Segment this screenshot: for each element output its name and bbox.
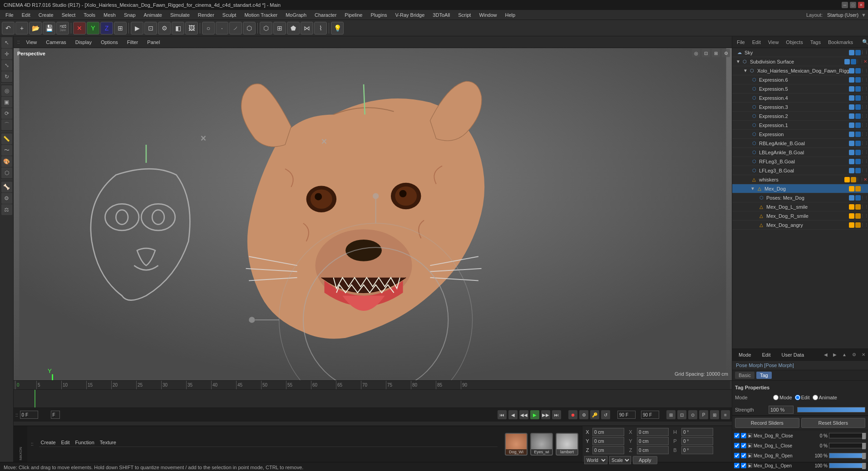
obj-item-subdivision[interactable]: ▼ ⬡ Subdivision Surface ⋮⋮ ✕	[732, 57, 868, 66]
motion-key[interactable]: 🔑	[590, 410, 599, 419]
reset-sliders-button[interactable]: Reset Sliders	[801, 418, 866, 428]
e4t1[interactable]	[849, 95, 854, 101]
r-open-key-icon[interactable]: ▶	[748, 453, 752, 458]
sky-tag-1[interactable]	[849, 50, 854, 55]
world-select[interactable]: World Object	[584, 456, 607, 464]
l-open-track[interactable]	[829, 463, 866, 468]
e5t1[interactable]	[849, 86, 854, 92]
menu-window[interactable]: Window	[475, 11, 500, 19]
radio-mode[interactable]	[773, 395, 779, 400]
menu-mesh[interactable]: Mesh	[100, 11, 119, 19]
basic-tab[interactable]: Basic	[735, 372, 755, 379]
render-all[interactable]: ⊡	[144, 22, 157, 34]
props-nav-fwd[interactable]: ▶	[833, 352, 837, 357]
vp-icon-settings[interactable]: ⚙	[722, 49, 730, 57]
obj-item-expr6[interactable]: ⬡ Expression.6 ⋮⋮	[732, 75, 868, 84]
obj-item-lsmile[interactable]: △ Mex_Dog_L_smile ⋮⋮	[732, 202, 868, 211]
edit-tab[interactable]: Edit	[759, 351, 774, 359]
maximize-button[interactable]: □	[850, 2, 856, 8]
z-size-input[interactable]	[637, 446, 669, 454]
l-close-enable[interactable]	[734, 443, 740, 448]
menu-tools[interactable]: Tools	[80, 11, 99, 19]
spline-tool[interactable]: 〜	[1, 145, 12, 156]
xolo-tag-1[interactable]	[849, 68, 854, 74]
r-close-enable[interactable]	[734, 433, 740, 438]
viewport-menu-filter[interactable]: Filter	[124, 39, 141, 46]
subdivision-button[interactable]: ⬡	[260, 22, 272, 34]
render-settings[interactable]: ⚙	[158, 22, 171, 34]
subdiv-tag-1[interactable]	[844, 59, 850, 64]
menu-plugins[interactable]: Plugins	[367, 11, 390, 19]
pt1[interactable]	[849, 195, 854, 201]
r-close-track[interactable]	[829, 433, 866, 438]
object-mode[interactable]: ○	[202, 22, 215, 34]
measure-tool[interactable]: 📏	[1, 133, 12, 144]
menu-script[interactable]: Script	[454, 11, 474, 19]
props-arrow-up[interactable]: ▲	[842, 352, 847, 357]
point-mode[interactable]: ·	[216, 22, 228, 34]
bevel-button[interactable]: ⬟	[287, 22, 300, 34]
obj-item-poses[interactable]: ⬡ Poses: Mex_Dog ⋮⋮	[732, 193, 868, 202]
props-settings[interactable]: ⚙	[852, 352, 856, 357]
prev-frame[interactable]: ◀	[508, 410, 518, 419]
ik-tool[interactable]: ⚙	[1, 193, 12, 204]
l-close-key[interactable]	[862, 443, 866, 449]
play-fast-forward[interactable]: ▶▶	[541, 410, 550, 419]
vp-icon-3[interactable]: ⊞	[712, 49, 720, 57]
l-close-check[interactable]	[741, 443, 746, 448]
menu-create[interactable]: Create	[35, 11, 57, 19]
tc-icon-3[interactable]: ⊙	[688, 410, 697, 419]
radio-animate[interactable]	[813, 395, 818, 400]
tag-tab[interactable]: Tag	[756, 372, 772, 379]
obj-item-angry[interactable]: △ Mex_Dog_angry ⋮⋮	[732, 221, 868, 230]
viewport-menu-cameras[interactable]: Cameras	[43, 39, 69, 46]
mdt1[interactable]	[849, 186, 854, 191]
picture-viewer[interactable]: 🖼	[185, 22, 198, 34]
layout-arrow[interactable]: ▼	[861, 12, 866, 18]
scale-tool-left[interactable]: ⤡	[1, 60, 12, 71]
l-open-key[interactable]	[862, 463, 866, 469]
r-open-track[interactable]	[829, 453, 866, 458]
r-open-check[interactable]	[741, 453, 746, 458]
record-sliders-button[interactable]: Record Sliders	[735, 418, 799, 428]
minimize-button[interactable]: ─	[842, 2, 848, 8]
menu-3dtoall[interactable]: 3DToAll	[429, 11, 454, 19]
mat-menu-create[interactable]: Create	[39, 439, 58, 446]
menu-select[interactable]: Select	[58, 11, 79, 19]
lft1[interactable]	[849, 168, 854, 173]
viewport-render[interactable]: ◧	[172, 22, 184, 34]
wt1[interactable]	[844, 177, 850, 182]
radio-edit[interactable]	[795, 395, 800, 400]
obj-menu-objects[interactable]: Objects	[784, 39, 804, 46]
obj-item-xolo[interactable]: ▼ ⬡ Xolo_Hairless_Mexican_Dog_Fawn_Rigge…	[732, 66, 868, 75]
e6t1[interactable]	[849, 77, 854, 83]
tc-icon-2[interactable]: ⊡	[677, 410, 686, 419]
close-button[interactable]: ✕	[858, 2, 864, 8]
mat-menu-edit[interactable]: Edit	[59, 439, 72, 446]
obj-item-expr5[interactable]: ⬡ Expression.5 ⋮⋮	[732, 84, 868, 93]
mat-menu-function[interactable]: Function	[74, 439, 96, 446]
obj-menu-view[interactable]: View	[766, 39, 781, 46]
obj-item-expr2[interactable]: ⬡ Expression.2 ⋮⋮	[732, 112, 868, 121]
subdiv-close[interactable]: ✕	[863, 59, 867, 64]
e2t1[interactable]	[849, 113, 854, 119]
menu-edit[interactable]: Edit	[18, 11, 34, 19]
obj-item-whiskers[interactable]: △ whiskers ⋮⋮ ✕	[732, 175, 868, 184]
x-size-input[interactable]	[637, 428, 669, 436]
apply-button[interactable]: Apply	[633, 456, 657, 464]
tc-icon-4[interactable]: P	[699, 410, 708, 419]
current-frame-input[interactable]	[20, 411, 38, 419]
bridge-button[interactable]: ⋈	[301, 22, 313, 34]
l-close-track[interactable]	[829, 443, 866, 448]
loop-btn[interactable]: ↺	[601, 410, 610, 419]
vp-icon-2[interactable]: ⊡	[702, 49, 710, 57]
rbt1[interactable]	[849, 141, 854, 146]
open-button[interactable]: 📂	[29, 22, 42, 34]
xolo-arrow[interactable]: ▼	[743, 68, 748, 73]
menu-character[interactable]: Character	[311, 11, 340, 19]
p-input[interactable]	[681, 437, 713, 445]
menu-snap[interactable]: Snap	[120, 11, 139, 19]
scale-select[interactable]: Scale Size	[609, 456, 631, 464]
frame-input-2[interactable]	[51, 411, 60, 419]
obj-item-expr[interactable]: ⬡ Expression ⋮⋮	[732, 130, 868, 139]
